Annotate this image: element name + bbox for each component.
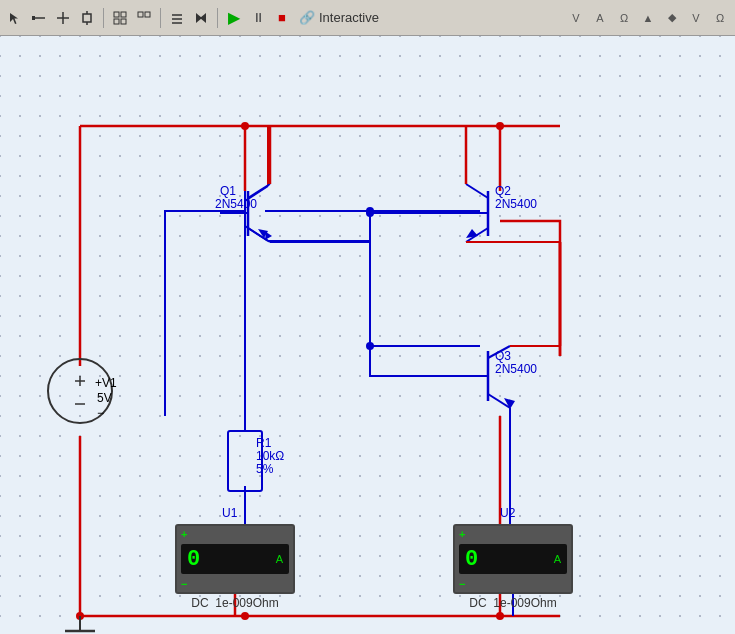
interactive-icon: 🔗 <box>299 10 315 25</box>
u2-label: U2 <box>500 506 515 520</box>
q2-label: Q2 <box>495 184 511 198</box>
q3-label: Q3 <box>495 349 511 363</box>
align-tool[interactable] <box>166 7 188 29</box>
zoom-tool[interactable] <box>133 7 155 29</box>
meter1-minus: − <box>181 578 187 590</box>
mirror-tool[interactable] <box>190 7 212 29</box>
meter2-minus: − <box>459 578 465 590</box>
meter1-value: 0 <box>187 547 200 572</box>
meter1-plus: + <box>181 528 187 540</box>
svg-point-19 <box>496 122 504 130</box>
play-button[interactable]: ▶ <box>223 7 245 29</box>
svg-point-68 <box>366 209 374 217</box>
r1-tolerance: 5% <box>256 462 273 476</box>
svg-rect-12 <box>145 12 150 17</box>
right-icons: V A Ω ▲ ◆ V Ω <box>565 7 731 29</box>
pause-button[interactable]: ⏸ <box>247 7 269 29</box>
meter2-display: 0 A <box>459 544 567 574</box>
meter-u1: + 0 A − DC 1e-009Ohm <box>175 524 295 594</box>
svg-rect-9 <box>114 19 119 24</box>
svg-marker-56 <box>504 398 515 409</box>
meter2-unit: A <box>554 553 561 565</box>
grid-tool[interactable] <box>109 7 131 29</box>
meter1-name: DC 1e-009Ohm <box>177 596 293 610</box>
sep3 <box>217 8 218 28</box>
volt2-icon[interactable]: V <box>685 7 707 29</box>
meter2-value: 0 <box>465 547 478 572</box>
v1-value: 5V <box>97 391 112 405</box>
diamond-icon[interactable]: ◆ <box>661 7 683 29</box>
sep1 <box>103 8 104 28</box>
up-icon[interactable]: ▲ <box>637 7 659 29</box>
toolbar: ▶ ⏸ ■ 🔗 Interactive V A Ω ▲ ◆ V Ω <box>0 0 735 36</box>
meter-u2: + 0 A − DC 1e-009Ohm <box>453 524 573 594</box>
svg-rect-4 <box>83 14 91 22</box>
sep2 <box>160 8 161 28</box>
ohm-icon[interactable]: Ω <box>613 7 635 29</box>
stop-button[interactable]: ■ <box>271 7 293 29</box>
v1-minus: − <box>97 406 104 420</box>
svg-line-44 <box>466 184 488 198</box>
v1-label: +V1 <box>95 376 117 390</box>
schematic-svg <box>0 36 735 634</box>
component-tool[interactable] <box>76 7 98 29</box>
svg-rect-8 <box>121 12 126 17</box>
r1-label: R1 <box>256 436 271 450</box>
svg-rect-7 <box>114 12 119 17</box>
svg-point-21 <box>241 612 249 620</box>
q2-value: 2N5400 <box>495 197 537 211</box>
meter1-display: 0 A <box>181 544 289 574</box>
r1-value: 10kΩ <box>256 449 284 463</box>
svg-marker-17 <box>200 13 206 23</box>
svg-point-23 <box>366 342 374 350</box>
ohm2-icon[interactable]: Ω <box>709 7 731 29</box>
interactive-text: Interactive <box>319 10 379 25</box>
meter2-plus: + <box>459 528 465 540</box>
meter1-unit: A <box>276 553 283 565</box>
volt-icon[interactable]: V <box>565 7 587 29</box>
meter2-name: DC 1e-009Ohm <box>455 596 571 610</box>
cursor-tool[interactable] <box>4 7 26 29</box>
svg-rect-10 <box>121 19 126 24</box>
q1-label: Q1 <box>220 184 236 198</box>
svg-line-37 <box>248 184 270 198</box>
svg-rect-1 <box>32 16 35 20</box>
amp-icon[interactable]: A <box>589 7 611 29</box>
interactive-label: 🔗 Interactive <box>299 10 379 25</box>
wire-tool[interactable] <box>28 7 50 29</box>
branch-tool[interactable] <box>52 7 74 29</box>
svg-rect-11 <box>138 12 143 17</box>
q1-value: 2N5400 <box>215 197 257 211</box>
q3-value: 2N5400 <box>495 362 537 376</box>
svg-point-20 <box>496 612 504 620</box>
svg-point-18 <box>241 122 249 130</box>
u1-label: U1 <box>222 506 237 520</box>
schematic-canvas[interactable]: +V1 5V − Q1 2N5400 Q2 2N5400 Q3 2N5400 R… <box>0 36 735 634</box>
